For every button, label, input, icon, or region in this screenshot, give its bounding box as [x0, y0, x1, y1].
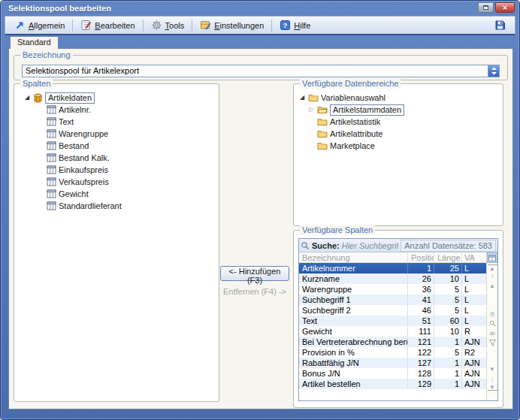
grid-row[interactable]: Warengruppe 36 5 L — [299, 284, 486, 295]
cell-va: L — [461, 316, 486, 326]
toolbar: Allgemein Bearbeiten Tools — [5, 16, 515, 35]
menu-einstellungen[interactable]: Einstellungen — [195, 18, 268, 32]
cell-bezeichnung: Provision in % — [299, 347, 407, 358]
tree-item[interactable]: Warengruppe — [23, 128, 216, 140]
titlebar[interactable]: Selektionspool bearbeiten × — [1, 1, 519, 16]
spalten-group: Spalten ◢ Artikeldaten Artikelnr. — [14, 83, 219, 402]
cell-position: 111 — [407, 326, 434, 337]
search-row-icon[interactable] — [488, 319, 497, 328]
tree-item[interactable]: Verkaufspreis — [23, 176, 216, 188]
hinzufuegen-button[interactable]: <- Hinzufügen (F3) — [220, 266, 289, 281]
cell-bezeichnung: Artikelnummer — [299, 263, 407, 273]
search-input[interactable]: Hier Suchbegriff einge — [342, 241, 399, 250]
move-top-icon[interactable]: ▲ — [488, 264, 497, 271]
grid-row[interactable]: Provision in % 122 5 R2 — [299, 347, 486, 358]
record-count: Anzahl Datensätze: 583 — [401, 240, 496, 252]
folder-icon — [317, 117, 328, 126]
search-label: Suche: — [312, 241, 340, 250]
spalten-tree: ◢ Artikeldaten Artikelnr. Text — [14, 84, 219, 212]
grid-row[interactable]: Gewicht 111 10 R — [299, 326, 486, 337]
tree-item[interactable]: Einkaufspreis — [23, 164, 216, 176]
datenbereiche-tree: ◢ Variablenauswahl ▷ Artikelstammdaten A… — [294, 84, 503, 152]
tree-item[interactable]: Gewicht — [23, 188, 216, 200]
menu-tools[interactable]: Tools — [147, 18, 189, 32]
filter-icon[interactable] — [488, 338, 497, 348]
band-box-icon[interactable]: (I) — [488, 309, 497, 319]
tree-node-artikelattribute[interactable]: Artikelattribute — [298, 128, 500, 140]
menu-hilfe[interactable]: ? Hilfe — [275, 18, 315, 32]
table-column-icon — [47, 129, 56, 138]
page-down-icon[interactable]: ▼ — [488, 364, 497, 374]
column-header-laenge[interactable]: Länge — [434, 252, 461, 262]
close-button[interactable]: × — [495, 2, 515, 13]
table-column-icon — [47, 189, 56, 198]
toolbar-separator — [271, 20, 272, 32]
table-column-icon — [47, 165, 56, 174]
cell-va: AJN — [461, 368, 486, 379]
tree-node-artikeldaten[interactable]: ◢ Artikeldaten — [23, 92, 216, 104]
tree-item[interactable]: Standardlieferant — [23, 200, 216, 212]
tree-item[interactable]: Artikelnr. — [23, 104, 216, 116]
bezeichnung-combobox[interactable]: Selektionspool für Artikelexport — [22, 65, 500, 77]
table-column-icon — [47, 117, 56, 126]
folder-icon — [308, 93, 319, 102]
column-header-bezeichnung[interactable]: Bezeichnung — [299, 252, 407, 262]
restore-icon — [483, 5, 488, 10]
page-up-icon[interactable]: ▲ — [488, 281, 497, 291]
grid-row[interactable]: Bei Vertreterabrechnung berücksichtige 1… — [299, 337, 486, 347]
menu-allgemein[interactable]: Allgemein — [10, 18, 69, 32]
restore-button[interactable] — [478, 2, 494, 13]
entfernen-button[interactable]: Entfernen (F4) -> — [220, 286, 289, 298]
tree-node-artikelstammdaten[interactable]: ▷ Artikelstammdaten — [298, 104, 500, 116]
combobox-dropdown-button[interactable] — [488, 65, 499, 77]
cell-position: 1 — [407, 263, 434, 273]
column-header-va[interactable]: VA — [461, 252, 486, 262]
grid-row[interactable]: Text 51 60 L — [299, 316, 486, 326]
cell-va: L — [461, 284, 486, 295]
table-column-icon — [47, 201, 56, 210]
grid-row[interactable]: Artikel bestellen 129 1 AJN — [299, 379, 486, 389]
help-icon: ? — [280, 20, 291, 31]
toolbar-separator — [143, 20, 144, 32]
tree-node-label: Artikeldaten — [45, 92, 95, 104]
move-up-icon[interactable]: ↑ — [488, 271, 497, 281]
cell-va: L — [461, 263, 486, 273]
tab-standard[interactable]: Standard — [10, 36, 59, 49]
cell-laenge: 10 — [434, 273, 461, 284]
tree-item[interactable]: Bestand Kalk. — [23, 152, 216, 164]
cell-position: 36 — [407, 284, 434, 295]
cell-bezeichnung: Bonus J/N — [299, 368, 407, 379]
column-header-position[interactable]: Position — [407, 252, 434, 262]
close-icon: × — [503, 4, 507, 11]
column-chooser-icon[interactable] — [487, 252, 497, 263]
move-bottom-icon[interactable]: ▼ — [488, 384, 497, 391]
cell-va: R2 — [461, 347, 486, 358]
search-bar[interactable]: Suche: Hier Suchbegriff einge Anzahl Dat… — [299, 239, 497, 252]
tree-item[interactable]: Text — [23, 116, 216, 128]
tree-node-variablenauswahl[interactable]: ◢ Variablenauswahl — [298, 92, 500, 104]
tree-node-marketplace[interactable]: Marketplace — [298, 140, 500, 152]
save-button[interactable] — [490, 18, 510, 32]
expand-icon[interactable]: ▷ — [307, 106, 315, 113]
cell-bezeichnung: Artikel bestellen — [299, 379, 407, 389]
grid-row[interactable]: Suchbegriff 1 41 5 L — [299, 295, 486, 305]
grid-row[interactable]: Artikelnummer 1 25 L — [299, 263, 486, 273]
grid-row[interactable]: Kurzname 26 10 L — [299, 273, 486, 284]
tree-node-artikelstatistik[interactable]: Artikelstatistik — [298, 116, 500, 128]
collapse-icon[interactable]: ◢ — [23, 94, 31, 101]
incremental-search-icon[interactable]: ab — [488, 328, 497, 338]
table-column-icon — [47, 153, 56, 162]
grid-row[interactable]: Suchbegriff 2 46 5 L — [299, 305, 486, 316]
tree-item-label: Gewicht — [59, 189, 89, 198]
cell-bezeichnung: Gewicht — [299, 326, 407, 337]
cell-bezeichnung: Bei Vertreterabrechnung berücksichtige — [299, 337, 407, 347]
grid-row[interactable]: Rabattfähig J/N 127 1 AJN — [299, 358, 486, 368]
arrow-up-right-icon — [14, 20, 26, 31]
cell-bezeichnung: Suchbegriff 2 — [299, 305, 407, 316]
tree-item[interactable]: Bestand — [23, 140, 216, 152]
collapse-icon[interactable]: ◢ — [298, 94, 306, 101]
menu-bearbeiten[interactable]: Bearbeiten — [76, 18, 139, 32]
grid-row[interactable]: Bonus J/N 128 1 AJN — [299, 368, 486, 379]
folder-icon — [317, 141, 328, 150]
edit-note-icon — [80, 20, 92, 31]
